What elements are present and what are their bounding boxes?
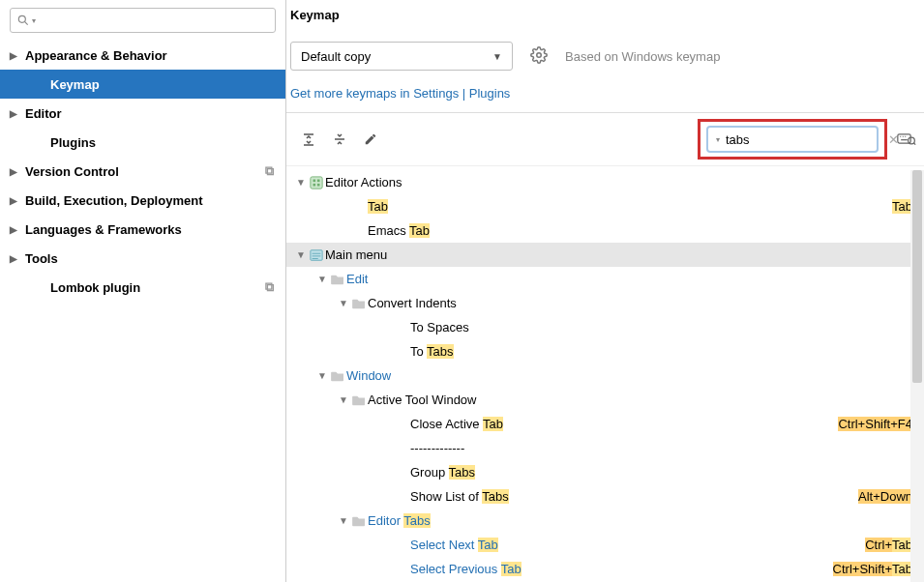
main-panel: Keymap Default copy ▼ Based on Windows k…: [286, 0, 924, 582]
tree-row[interactable]: To Tabs: [286, 339, 924, 364]
tree-row[interactable]: Select Previous TabCtrl+Shift+Tab: [286, 557, 924, 581]
keymap-scheme-select[interactable]: Default copy ▼: [290, 42, 513, 71]
expand-arrow-icon: ▶: [10, 195, 25, 206]
sidebar-item-label: Keymap: [50, 77, 100, 92]
filter-text[interactable]: [726, 132, 888, 147]
expand-arrow-icon: ▶: [10, 253, 25, 264]
scrollbar-thumb[interactable]: [912, 170, 922, 383]
expand-arrow-icon: ▶: [10, 108, 25, 119]
search-dropdown-icon: ▾: [32, 16, 36, 25]
tree-row-label: Editor Tabs: [368, 513, 431, 528]
sidebar-item-languages-frameworks[interactable]: ▶Languages & Frameworks: [0, 215, 285, 244]
sidebar-item-label: Languages & Frameworks: [25, 222, 182, 237]
actions-icon: [308, 176, 325, 189]
search-icon: [16, 14, 30, 27]
expand-arrow-icon: ▶: [10, 50, 25, 61]
svg-rect-18: [313, 183, 316, 186]
svg-point-2: [537, 52, 542, 57]
menu-icon: [308, 248, 325, 262]
tree-row[interactable]: -------------: [286, 436, 924, 460]
tree-row[interactable]: TabTab: [286, 194, 924, 218]
search-dropdown-icon: ▾: [716, 135, 720, 144]
tree-row[interactable]: To Spaces: [286, 315, 924, 339]
filter-highlight-box: ▾ ✕: [698, 119, 887, 160]
expand-toggle-icon[interactable]: ▼: [337, 298, 350, 308]
tree-row-label: Close Active Tab: [410, 417, 503, 431]
settings-sidebar: ▾ ▶Appearance & BehaviorKeymap▶EditorPlu…: [0, 0, 286, 582]
sidebar-item-lombok-plugin[interactable]: Lombok plugin⧉: [0, 273, 285, 302]
action-filter-input[interactable]: ▾ ✕: [706, 126, 879, 153]
sidebar-item-label: Plugins: [50, 135, 96, 150]
sidebar-item-label: Tools: [25, 251, 58, 266]
tree-row[interactable]: ▼Edit: [286, 267, 924, 291]
tree-row[interactable]: ▼Editor Tabs: [286, 509, 924, 533]
sidebar-item-appearance-behavior[interactable]: ▶Appearance & Behavior: [0, 41, 285, 70]
svg-line-14: [914, 143, 916, 145]
expand-toggle-icon[interactable]: ▼: [294, 177, 308, 188]
tree-row[interactable]: Show List of TabsAlt+Down: [286, 484, 924, 509]
tree-row[interactable]: Emacs Tab: [286, 218, 924, 243]
collapse-all-button[interactable]: [329, 129, 350, 150]
expand-toggle-icon[interactable]: ▼: [315, 370, 329, 381]
shortcut-label: Alt+Down: [858, 489, 912, 504]
shortcut-label: Ctrl+Shift+Tab: [833, 562, 912, 576]
svg-rect-16: [313, 179, 316, 182]
folder-icon: [350, 515, 368, 527]
tree-row-label: Window: [346, 368, 391, 383]
folder-icon: [329, 370, 346, 382]
actions-tree[interactable]: ▼Editor ActionsTabTabEmacs Tab▼Main menu…: [286, 165, 924, 582]
tree-row-label: Editor Actions: [325, 175, 402, 189]
keymap-toolbar: ▾ ✕: [286, 112, 924, 165]
tree-row-label: Tab: [368, 199, 388, 214]
get-more-keymaps-link[interactable]: Get more keymaps in Settings | Plugins: [290, 86, 510, 101]
tree-row[interactable]: Close Active TabCtrl+Shift+F4: [286, 412, 924, 436]
scheme-selected-label: Default copy: [301, 49, 371, 64]
tree-row[interactable]: Group Tabs: [286, 460, 924, 484]
tree-row[interactable]: Select Next TabCtrl+Tab: [286, 533, 924, 557]
tree-row-label: Select Next Tab: [410, 538, 498, 552]
project-scope-icon: ⧉: [265, 279, 274, 295]
gear-icon[interactable]: [530, 46, 548, 67]
expand-all-button[interactable]: [298, 129, 319, 150]
svg-rect-19: [317, 183, 320, 186]
tree-row-label: Select Previous Tab: [410, 562, 522, 576]
tree-row-label: Emacs Tab: [368, 223, 430, 238]
tree-row[interactable]: ▼Main menu: [286, 243, 924, 267]
tree-row-label: To Spaces: [410, 320, 469, 335]
expand-toggle-icon[interactable]: ▼: [315, 274, 329, 284]
tree-row[interactable]: ▼Editor Actions: [286, 170, 924, 194]
sidebar-item-plugins[interactable]: Plugins: [0, 128, 285, 157]
sidebar-item-editor[interactable]: ▶Editor: [0, 99, 285, 128]
sidebar-item-label: Build, Execution, Deployment: [25, 193, 202, 208]
tree-row-label: Show List of Tabs: [410, 489, 509, 504]
sidebar-search-input[interactable]: ▾: [10, 8, 276, 33]
tree-row-label: Convert Indents: [368, 296, 457, 310]
find-by-shortcut-button[interactable]: [897, 130, 916, 150]
svg-point-0: [18, 15, 25, 22]
expand-toggle-icon[interactable]: ▼: [337, 394, 350, 405]
scheme-controls: Default copy ▼ Based on Windows keymap: [290, 28, 924, 76]
shortcut-label: Ctrl+Shift+F4: [838, 417, 912, 431]
edit-shortcut-button[interactable]: [360, 129, 381, 150]
project-scope-icon: ⧉: [265, 163, 274, 179]
tree-row[interactable]: ▼Active Tool Window: [286, 388, 924, 412]
sidebar-item-tools[interactable]: ▶Tools: [0, 244, 285, 273]
tree-row-label: Edit: [346, 272, 368, 286]
vertical-scrollbar[interactable]: [910, 170, 924, 582]
tree-row[interactable]: ▼Convert Indents: [286, 291, 924, 315]
sidebar-item-version-control[interactable]: ▶Version Control⧉: [0, 157, 285, 186]
sidebar-item-build-execution-deployment[interactable]: ▶Build, Execution, Deployment: [0, 186, 285, 215]
sidebar-item-keymap[interactable]: Keymap: [0, 70, 285, 99]
expand-toggle-icon[interactable]: ▼: [337, 515, 350, 526]
expand-arrow-icon: ▶: [10, 224, 25, 235]
page-title: Keymap: [290, 0, 924, 28]
tree-row-label: Main menu: [325, 247, 387, 262]
folder-icon: [350, 298, 368, 309]
tree-row-label: Active Tool Window: [368, 393, 476, 407]
svg-rect-17: [317, 179, 320, 182]
expand-toggle-icon[interactable]: ▼: [294, 249, 308, 260]
sidebar-item-label: Version Control: [25, 164, 119, 179]
tree-row[interactable]: ▼Window: [286, 364, 924, 388]
sidebar-item-label: Lombok plugin: [50, 280, 140, 295]
shortcut-label: Ctrl+Tab: [865, 538, 912, 552]
